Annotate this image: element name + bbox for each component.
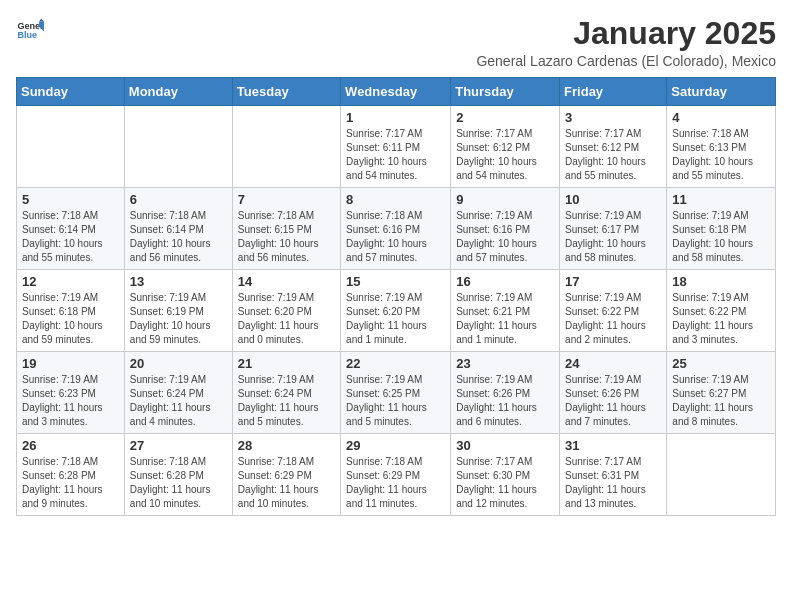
calendar-cell: 10Sunrise: 7:19 AM Sunset: 6:17 PM Dayli… bbox=[560, 188, 667, 270]
day-info: Sunrise: 7:18 AM Sunset: 6:16 PM Dayligh… bbox=[346, 209, 445, 265]
day-info: Sunrise: 7:19 AM Sunset: 6:22 PM Dayligh… bbox=[565, 291, 661, 347]
weekday-header-row: SundayMondayTuesdayWednesdayThursdayFrid… bbox=[17, 78, 776, 106]
weekday-header-monday: Monday bbox=[124, 78, 232, 106]
calendar-cell bbox=[124, 106, 232, 188]
weekday-header-friday: Friday bbox=[560, 78, 667, 106]
day-info: Sunrise: 7:19 AM Sunset: 6:16 PM Dayligh… bbox=[456, 209, 554, 265]
calendar-cell: 27Sunrise: 7:18 AM Sunset: 6:28 PM Dayli… bbox=[124, 434, 232, 516]
day-number: 21 bbox=[238, 356, 335, 371]
week-row-5: 26Sunrise: 7:18 AM Sunset: 6:28 PM Dayli… bbox=[17, 434, 776, 516]
day-info: Sunrise: 7:19 AM Sunset: 6:27 PM Dayligh… bbox=[672, 373, 770, 429]
calendar-cell bbox=[17, 106, 125, 188]
calendar-cell: 20Sunrise: 7:19 AM Sunset: 6:24 PM Dayli… bbox=[124, 352, 232, 434]
calendar-cell: 12Sunrise: 7:19 AM Sunset: 6:18 PM Dayli… bbox=[17, 270, 125, 352]
day-number: 28 bbox=[238, 438, 335, 453]
day-number: 9 bbox=[456, 192, 554, 207]
day-info: Sunrise: 7:18 AM Sunset: 6:13 PM Dayligh… bbox=[672, 127, 770, 183]
week-row-4: 19Sunrise: 7:19 AM Sunset: 6:23 PM Dayli… bbox=[17, 352, 776, 434]
calendar-cell: 21Sunrise: 7:19 AM Sunset: 6:24 PM Dayli… bbox=[232, 352, 340, 434]
day-number: 27 bbox=[130, 438, 227, 453]
day-number: 26 bbox=[22, 438, 119, 453]
day-info: Sunrise: 7:18 AM Sunset: 6:29 PM Dayligh… bbox=[346, 455, 445, 511]
day-number: 5 bbox=[22, 192, 119, 207]
day-number: 23 bbox=[456, 356, 554, 371]
day-info: Sunrise: 7:17 AM Sunset: 6:12 PM Dayligh… bbox=[456, 127, 554, 183]
weekday-header-tuesday: Tuesday bbox=[232, 78, 340, 106]
logo-icon: General Blue bbox=[16, 16, 44, 44]
day-info: Sunrise: 7:19 AM Sunset: 6:23 PM Dayligh… bbox=[22, 373, 119, 429]
day-info: Sunrise: 7:18 AM Sunset: 6:15 PM Dayligh… bbox=[238, 209, 335, 265]
weekday-header-saturday: Saturday bbox=[667, 78, 776, 106]
day-number: 29 bbox=[346, 438, 445, 453]
calendar-cell: 29Sunrise: 7:18 AM Sunset: 6:29 PM Dayli… bbox=[341, 434, 451, 516]
calendar-cell: 19Sunrise: 7:19 AM Sunset: 6:23 PM Dayli… bbox=[17, 352, 125, 434]
calendar-cell: 3Sunrise: 7:17 AM Sunset: 6:12 PM Daylig… bbox=[560, 106, 667, 188]
day-info: Sunrise: 7:17 AM Sunset: 6:31 PM Dayligh… bbox=[565, 455, 661, 511]
day-number: 1 bbox=[346, 110, 445, 125]
calendar-cell: 24Sunrise: 7:19 AM Sunset: 6:26 PM Dayli… bbox=[560, 352, 667, 434]
day-number: 14 bbox=[238, 274, 335, 289]
month-title: January 2025 bbox=[476, 16, 776, 51]
day-number: 3 bbox=[565, 110, 661, 125]
day-number: 2 bbox=[456, 110, 554, 125]
day-info: Sunrise: 7:18 AM Sunset: 6:14 PM Dayligh… bbox=[130, 209, 227, 265]
calendar-cell: 8Sunrise: 7:18 AM Sunset: 6:16 PM Daylig… bbox=[341, 188, 451, 270]
day-number: 18 bbox=[672, 274, 770, 289]
calendar-cell: 13Sunrise: 7:19 AM Sunset: 6:19 PM Dayli… bbox=[124, 270, 232, 352]
weekday-header-wednesday: Wednesday bbox=[341, 78, 451, 106]
calendar-table: SundayMondayTuesdayWednesdayThursdayFrid… bbox=[16, 77, 776, 516]
calendar-cell: 30Sunrise: 7:17 AM Sunset: 6:30 PM Dayli… bbox=[451, 434, 560, 516]
day-number: 8 bbox=[346, 192, 445, 207]
day-info: Sunrise: 7:19 AM Sunset: 6:21 PM Dayligh… bbox=[456, 291, 554, 347]
day-number: 19 bbox=[22, 356, 119, 371]
calendar-cell: 28Sunrise: 7:18 AM Sunset: 6:29 PM Dayli… bbox=[232, 434, 340, 516]
day-info: Sunrise: 7:19 AM Sunset: 6:26 PM Dayligh… bbox=[565, 373, 661, 429]
day-info: Sunrise: 7:19 AM Sunset: 6:24 PM Dayligh… bbox=[238, 373, 335, 429]
calendar-cell: 18Sunrise: 7:19 AM Sunset: 6:22 PM Dayli… bbox=[667, 270, 776, 352]
day-number: 22 bbox=[346, 356, 445, 371]
day-info: Sunrise: 7:18 AM Sunset: 6:28 PM Dayligh… bbox=[130, 455, 227, 511]
day-info: Sunrise: 7:19 AM Sunset: 6:22 PM Dayligh… bbox=[672, 291, 770, 347]
calendar-cell: 22Sunrise: 7:19 AM Sunset: 6:25 PM Dayli… bbox=[341, 352, 451, 434]
day-number: 20 bbox=[130, 356, 227, 371]
weekday-header-sunday: Sunday bbox=[17, 78, 125, 106]
day-number: 4 bbox=[672, 110, 770, 125]
day-info: Sunrise: 7:19 AM Sunset: 6:18 PM Dayligh… bbox=[22, 291, 119, 347]
calendar-cell bbox=[232, 106, 340, 188]
calendar-cell: 31Sunrise: 7:17 AM Sunset: 6:31 PM Dayli… bbox=[560, 434, 667, 516]
day-info: Sunrise: 7:19 AM Sunset: 6:26 PM Dayligh… bbox=[456, 373, 554, 429]
day-number: 10 bbox=[565, 192, 661, 207]
calendar-cell: 1Sunrise: 7:17 AM Sunset: 6:11 PM Daylig… bbox=[341, 106, 451, 188]
location-title: General Lazaro Cardenas (El Colorado), M… bbox=[476, 53, 776, 69]
day-info: Sunrise: 7:19 AM Sunset: 6:20 PM Dayligh… bbox=[346, 291, 445, 347]
calendar-cell: 15Sunrise: 7:19 AM Sunset: 6:20 PM Dayli… bbox=[341, 270, 451, 352]
day-number: 13 bbox=[130, 274, 227, 289]
day-info: Sunrise: 7:19 AM Sunset: 6:20 PM Dayligh… bbox=[238, 291, 335, 347]
week-row-3: 12Sunrise: 7:19 AM Sunset: 6:18 PM Dayli… bbox=[17, 270, 776, 352]
day-info: Sunrise: 7:18 AM Sunset: 6:28 PM Dayligh… bbox=[22, 455, 119, 511]
calendar-cell: 6Sunrise: 7:18 AM Sunset: 6:14 PM Daylig… bbox=[124, 188, 232, 270]
calendar-cell: 9Sunrise: 7:19 AM Sunset: 6:16 PM Daylig… bbox=[451, 188, 560, 270]
calendar-cell: 14Sunrise: 7:19 AM Sunset: 6:20 PM Dayli… bbox=[232, 270, 340, 352]
day-number: 24 bbox=[565, 356, 661, 371]
day-number: 17 bbox=[565, 274, 661, 289]
logo: General Blue bbox=[16, 16, 44, 44]
calendar-cell: 17Sunrise: 7:19 AM Sunset: 6:22 PM Dayli… bbox=[560, 270, 667, 352]
day-info: Sunrise: 7:19 AM Sunset: 6:24 PM Dayligh… bbox=[130, 373, 227, 429]
title-area: January 2025 General Lazaro Cardenas (El… bbox=[476, 16, 776, 69]
calendar-cell: 11Sunrise: 7:19 AM Sunset: 6:18 PM Dayli… bbox=[667, 188, 776, 270]
calendar-cell bbox=[667, 434, 776, 516]
day-number: 12 bbox=[22, 274, 119, 289]
day-info: Sunrise: 7:18 AM Sunset: 6:29 PM Dayligh… bbox=[238, 455, 335, 511]
day-info: Sunrise: 7:17 AM Sunset: 6:11 PM Dayligh… bbox=[346, 127, 445, 183]
header: General Blue January 2025 General Lazaro… bbox=[16, 16, 776, 69]
day-number: 6 bbox=[130, 192, 227, 207]
day-number: 7 bbox=[238, 192, 335, 207]
day-info: Sunrise: 7:18 AM Sunset: 6:14 PM Dayligh… bbox=[22, 209, 119, 265]
day-info: Sunrise: 7:17 AM Sunset: 6:12 PM Dayligh… bbox=[565, 127, 661, 183]
day-info: Sunrise: 7:19 AM Sunset: 6:19 PM Dayligh… bbox=[130, 291, 227, 347]
svg-text:Blue: Blue bbox=[17, 30, 37, 40]
calendar-cell: 26Sunrise: 7:18 AM Sunset: 6:28 PM Dayli… bbox=[17, 434, 125, 516]
calendar-cell: 23Sunrise: 7:19 AM Sunset: 6:26 PM Dayli… bbox=[451, 352, 560, 434]
calendar-cell: 7Sunrise: 7:18 AM Sunset: 6:15 PM Daylig… bbox=[232, 188, 340, 270]
